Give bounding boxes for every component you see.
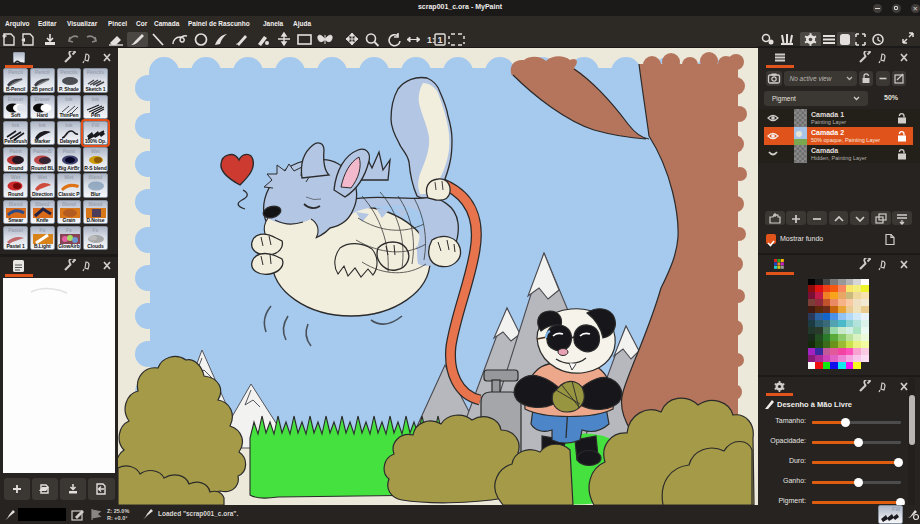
svg-text:1: 1 — [438, 35, 443, 45]
svg-text:1:: 1: — [427, 35, 435, 45]
